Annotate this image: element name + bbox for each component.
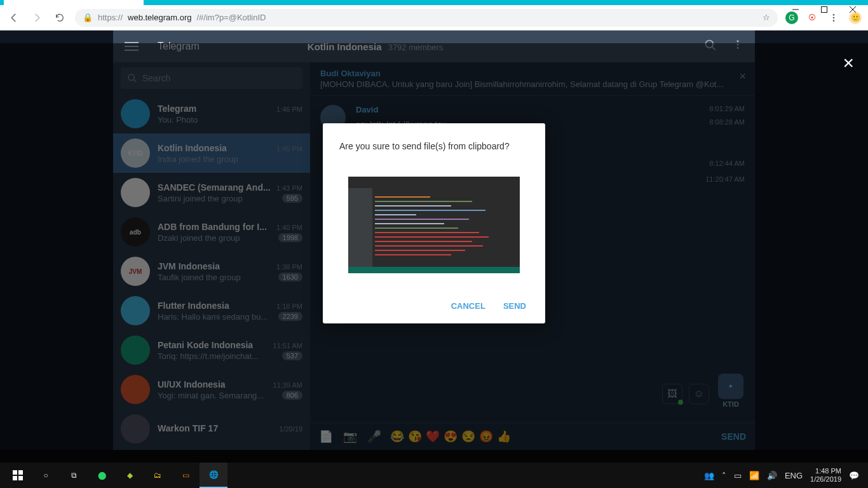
dialog-question: Are you sure to send file(s) from clipbo… bbox=[339, 141, 529, 151]
task-view-button[interactable]: ⧉ bbox=[60, 463, 88, 488]
svg-rect-11 bbox=[13, 476, 17, 480]
battery-icon[interactable]: ▭ bbox=[734, 471, 742, 480]
nav-back-button[interactable] bbox=[6, 10, 22, 25]
url-path: /#/im?p=@KotlinID bbox=[196, 13, 266, 22]
send-clipboard-dialog: Are you sure to send file(s) from clipbo… bbox=[323, 123, 545, 323]
language-indicator[interactable]: ENG bbox=[785, 471, 803, 480]
clock-time: 1:48 PM bbox=[810, 467, 841, 475]
taskbar-app-sublime[interactable]: ▭ bbox=[172, 463, 200, 488]
taskbar-clock[interactable]: 1:48 PM 1/26/2019 bbox=[810, 467, 841, 484]
svg-rect-12 bbox=[18, 476, 23, 480]
clock-date: 1/26/2019 bbox=[810, 475, 841, 484]
nav-reload-button[interactable] bbox=[52, 10, 67, 25]
svg-rect-9 bbox=[13, 470, 17, 475]
windows-taskbar: ○ ⧉ ⬤ ◆ 🗂 ▭ 🌐 👥 ˄ ▭ 📶 🔊 ENG 1:48 PM 1/26… bbox=[0, 463, 868, 488]
taskbar-app-whatsapp[interactable]: ⬤ bbox=[88, 463, 116, 488]
overlay-close-icon[interactable]: × bbox=[843, 52, 854, 74]
volume-icon[interactable]: 🔊 bbox=[767, 471, 777, 480]
clipboard-image-preview[interactable] bbox=[348, 177, 520, 273]
svg-point-3 bbox=[833, 20, 835, 22]
address-bar[interactable]: 🔒 https://web.telegram.org/#/im?p=@Kotli… bbox=[75, 9, 778, 27]
dialog-send-button[interactable]: SEND bbox=[503, 301, 526, 311]
cortana-button[interactable]: ○ bbox=[32, 463, 60, 488]
url-domain: web.telegram.org bbox=[128, 13, 191, 22]
new-tab-button[interactable]: + bbox=[147, 0, 166, 5]
url-scheme: https:// bbox=[98, 13, 123, 22]
start-button[interactable] bbox=[4, 463, 32, 488]
tray-chevron-icon[interactable]: ˄ bbox=[722, 471, 726, 480]
browser-toolbar: 🔒 https://web.telegram.org/#/im?p=@Kotli… bbox=[0, 5, 868, 30]
svg-point-5 bbox=[737, 40, 739, 42]
browser-tab[interactable]: Telegram Web × bbox=[4, 0, 144, 5]
browser-tabstrip: Telegram Web × + bbox=[0, 0, 868, 5]
lock-icon: 🔒 bbox=[83, 13, 93, 22]
window-close-button[interactable] bbox=[838, 1, 867, 18]
window-minimize-button[interactable] bbox=[781, 1, 810, 18]
nav-forward-button[interactable] bbox=[29, 10, 44, 25]
people-icon[interactable]: 👥 bbox=[704, 471, 714, 480]
notifications-icon[interactable]: 💬 bbox=[849, 471, 859, 480]
taskbar-app-android-studio[interactable]: ◆ bbox=[116, 463, 144, 488]
window-maximize-button[interactable] bbox=[810, 1, 838, 18]
window-controls bbox=[780, 0, 868, 19]
svg-rect-0 bbox=[821, 7, 827, 13]
bookmark-star-icon[interactable]: ☆ bbox=[763, 13, 770, 22]
svg-rect-10 bbox=[18, 470, 23, 475]
taskbar-app-explorer[interactable]: 🗂 bbox=[144, 463, 172, 488]
system-tray: 👥 ˄ ▭ 📶 🔊 ENG 1:48 PM 1/26/2019 💬 bbox=[704, 467, 864, 484]
wifi-icon[interactable]: 📶 bbox=[749, 471, 759, 480]
taskbar-app-chrome[interactable]: 🌐 bbox=[200, 463, 227, 488]
dialog-cancel-button[interactable]: CANCEL bbox=[451, 301, 485, 311]
